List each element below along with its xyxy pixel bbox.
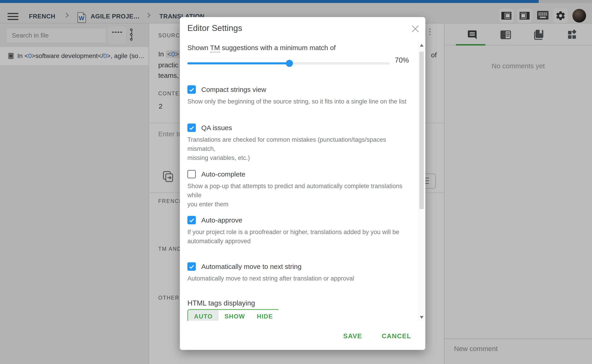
setting-label: Compact strings view bbox=[201, 86, 266, 93]
setting-description: Automatically move to next string after … bbox=[187, 274, 413, 283]
setting-toggle[interactable]: Compact strings view bbox=[187, 85, 413, 94]
editor-screen: FRENCH W AGILE PROJE… TRANSLATION bbox=[0, 0, 592, 364]
html-tags-option-hide[interactable]: HIDE bbox=[251, 310, 279, 321]
slider-thumb[interactable] bbox=[286, 60, 293, 67]
setting-description: Show only the beginning of the source st… bbox=[187, 97, 413, 106]
checkbox-icon[interactable] bbox=[187, 216, 196, 224]
close-icon[interactable] bbox=[410, 24, 420, 34]
checkbox-icon[interactable] bbox=[187, 85, 196, 94]
setting-toggle[interactable]: Automatically move to next string bbox=[187, 262, 413, 271]
tm-slider-label: Shown TM suggestions with a minimum matc… bbox=[187, 44, 336, 52]
tm-match-slider[interactable] bbox=[187, 60, 390, 67]
modal-footer: SAVE CANCEL bbox=[180, 329, 425, 343]
setting-auto-approve: Auto-approve If your project role is a p… bbox=[187, 216, 413, 246]
save-button[interactable]: SAVE bbox=[343, 332, 362, 340]
checkbox-icon[interactable] bbox=[187, 262, 196, 271]
checkbox-icon[interactable] bbox=[187, 170, 196, 178]
editor-settings-modal: Editor Settings Shown TM suggestions wit… bbox=[180, 17, 425, 350]
html-tags-label: HTML tags displaying bbox=[187, 299, 255, 307]
setting-label: Automatically move to next string bbox=[201, 263, 301, 271]
html-tags-option-show[interactable]: SHOW bbox=[219, 310, 251, 321]
setting-toggle[interactable]: Auto-complete bbox=[187, 170, 413, 178]
setting-label: Auto-approve bbox=[201, 216, 242, 224]
setting-toggle[interactable]: QA issues bbox=[187, 124, 413, 132]
setting-label: Auto-complete bbox=[201, 170, 245, 178]
scroll-up-arrow[interactable] bbox=[420, 44, 424, 47]
cancel-button[interactable]: CANCEL bbox=[382, 332, 411, 340]
setting-auto-move-next: Automatically move to next string Automa… bbox=[187, 262, 413, 283]
scrollbar-thumb[interactable] bbox=[419, 52, 424, 209]
html-tags-option-auto[interactable]: AUTO bbox=[188, 310, 219, 321]
setting-toggle[interactable]: Auto-approve bbox=[187, 216, 413, 224]
modal-scrollbar[interactable] bbox=[419, 41, 424, 321]
html-tags-segmented-control: AUTO SHOW HIDE bbox=[187, 309, 279, 321]
setting-qa-issues: QA issues Translations are checked for c… bbox=[187, 124, 413, 162]
scroll-down-arrow[interactable] bbox=[420, 316, 424, 319]
tm-abbr: TM bbox=[210, 44, 220, 52]
checkbox-icon[interactable] bbox=[187, 124, 196, 132]
slider-fill bbox=[187, 62, 289, 64]
setting-label: QA issues bbox=[201, 124, 232, 132]
html-tags-segment-clip: AUTO SHOW HIDE bbox=[187, 309, 279, 321]
setting-description: If your project role is a proofreader or… bbox=[187, 228, 413, 246]
setting-description: Show a pop-up that attempts to predict a… bbox=[187, 182, 413, 209]
setting-description: Translations are checked for common mist… bbox=[187, 135, 413, 162]
setting-compact-strings: Compact strings view Show only the begin… bbox=[187, 85, 413, 106]
slider-value: 70% bbox=[395, 56, 409, 64]
modal-title: Editor Settings bbox=[187, 23, 242, 33]
setting-auto-complete: Auto-complete Show a pop-up that attempt… bbox=[187, 170, 413, 209]
